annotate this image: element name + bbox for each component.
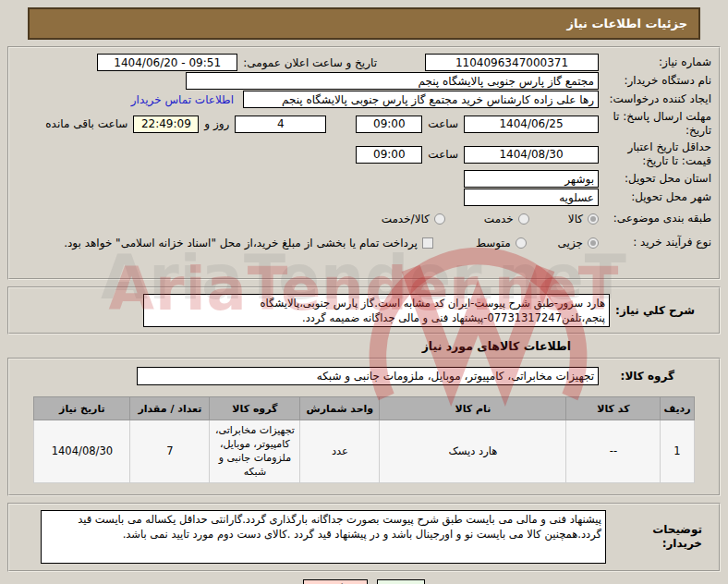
- radio-goods-icon[interactable]: [588, 213, 599, 225]
- treasury-checkbox[interactable]: [422, 237, 433, 249]
- back-button[interactable]: بازگشت: [303, 579, 368, 584]
- cell-need-date: 1404/08/30: [34, 420, 130, 483]
- option-goods-service: کالا/خدمت: [382, 213, 445, 225]
- days-label: روز و: [204, 117, 229, 130]
- need-number-label: شماره نیاز:: [599, 55, 711, 69]
- row-description: شرح کلي نیاز: هارد سرور-طبق شرح پیوست-ای…: [33, 294, 695, 327]
- col-item-name: نام کالا: [380, 397, 566, 420]
- process-label: نوع فرآیند خرید :: [599, 236, 711, 249]
- deadline-time-field[interactable]: 09:00: [356, 116, 422, 133]
- validity-hour-label: ساعت: [428, 148, 458, 161]
- buyer-notes-panel: توضیحات خریدار: پیشنهاد فنی و مالی می با…: [7, 503, 721, 572]
- row-creator: ایجاد کننده درخواست: رها علی زاده کارشنا…: [17, 91, 711, 108]
- validity-label: حداقل تاریخ اعتبار قیمت: تا تاریخ:: [599, 140, 711, 168]
- validity-date-field[interactable]: 1404/08/30: [464, 146, 599, 164]
- validity-time-field[interactable]: 09:00: [356, 146, 422, 164]
- cell-row-index: 1: [661, 420, 694, 483]
- province-label: استان محل تحویل:: [599, 172, 711, 186]
- goods-table: ردیف کد کالا نام کالا واحد شمارش گروه کا…: [33, 396, 694, 483]
- buyer-org-field[interactable]: مجتمع گاز پارس جنوبی پالایشگاه پنجم: [186, 72, 599, 90]
- row-buyer-notes: توضیحات خریدار: پیشنهاد فنی و مالی می با…: [17, 510, 702, 564]
- cell-item-name: هارد دیسک: [380, 420, 566, 483]
- radio-service-label: خدمت: [484, 213, 514, 225]
- radio-partial-icon[interactable]: [588, 237, 599, 249]
- need-number-field[interactable]: 1104096347000371: [425, 54, 599, 71]
- goods-group-label: گروه کالا:: [599, 370, 674, 383]
- radio-service-icon[interactable]: [518, 213, 529, 225]
- col-unit: واحد شمارش: [300, 397, 380, 420]
- row-buyer-org: نام دستگاه خریدار: مجتمع گاز پارس جنوبی …: [17, 72, 711, 90]
- footer-actions: چاپ بازگشت: [0, 579, 728, 584]
- buyer-notes-label: توضیحات خریدار:: [606, 523, 702, 551]
- remaining-label: ساعت باقی مانده: [45, 117, 127, 130]
- col-need-date: تاریخ نیاز: [34, 397, 130, 420]
- city-label: شهر محل تحویل:: [599, 190, 711, 204]
- radio-medium-label: متوسط: [476, 237, 511, 249]
- print-button[interactable]: چاپ: [377, 579, 425, 584]
- col-item-code: کد کالا: [566, 397, 661, 420]
- row-city: شهر محل تحویل: عسلویه: [17, 189, 711, 206]
- deadline-label: مهلت ارسال پاسخ: تا تاریخ:: [599, 110, 711, 138]
- classification-label: طبقه بندی موضوعی:: [599, 212, 711, 225]
- description-label: شرح کلي نیاز:: [610, 304, 695, 318]
- radio-medium-icon[interactable]: [516, 237, 527, 249]
- page-title-bar: جزئیات اطلاعات نیاز: [28, 7, 700, 40]
- announce-label: تاریخ و ساعت اعلان عمومی:: [243, 56, 377, 69]
- row-price-validity: حداقل تاریخ اعتبار قیمت: تا تاریخ: 1404/…: [17, 140, 711, 169]
- row-deadline: مهلت ارسال پاسخ: تا تاریخ: 1404/06/25 سا…: [17, 109, 711, 139]
- table-row: 1 -- هارد دیسک عدد تجهیزات مخابراتی، کام…: [34, 420, 694, 483]
- page: { "titlebar": {"title": "جزئیات اطلاعات …: [0, 0, 728, 584]
- announce-datetime-field[interactable]: 1404/06/20 - 09:51: [97, 54, 237, 71]
- goods-group-field[interactable]: تجهیزات مخابراتی، کامپیوتر، موبایل، ملزو…: [137, 367, 599, 385]
- goods-table-header-row: ردیف کد کالا نام کالا واحد شمارش گروه کا…: [34, 397, 694, 420]
- buyer-org-label: نام دستگاه خریدار:: [599, 74, 711, 88]
- province-field[interactable]: بوشهر: [464, 170, 599, 188]
- description-textarea[interactable]: هارد سرور-طبق شرح پیوست-ایران کد مشابه ا…: [143, 294, 610, 327]
- deadline-date-field[interactable]: 1404/06/25: [464, 116, 599, 133]
- cell-quantity: 7: [130, 420, 210, 483]
- col-item-group: گروه کالا: [210, 397, 300, 420]
- radio-goods-service-icon[interactable]: [434, 213, 445, 225]
- option-treasury: پرداخت تمام یا بخشی از مبلغ خرید،از محل …: [64, 237, 433, 249]
- city-field[interactable]: عسلویه: [464, 189, 599, 206]
- row-process-type: نوع فرآیند خرید : جزیی متوسط پرداخت تمام…: [17, 231, 711, 254]
- option-partial: جزیی: [558, 237, 599, 249]
- col-quantity: تعداد / مقدار: [130, 397, 210, 420]
- radio-goods-service-label: کالا/خدمت: [382, 213, 430, 225]
- cell-item-group: تجهیزات مخابراتی، کامپیوتر، موبایل، ملزو…: [210, 420, 300, 483]
- need-info-panel: شماره نیاز: 1104096347000371 تاریخ و ساع…: [7, 46, 721, 280]
- page-title: جزئیات اطلاعات نیاز: [566, 17, 687, 30]
- radio-goods-label: کالا: [568, 213, 583, 225]
- creator-field[interactable]: رها علی زاده کارشناس خرید مجتمع گاز پارس…: [243, 91, 599, 108]
- cell-item-code: --: [566, 420, 661, 483]
- goods-section-heading: اطلاعات کالاهای مورد نیاز: [0, 339, 571, 353]
- deadline-hour-label: ساعت: [428, 117, 458, 130]
- option-medium: متوسط: [476, 237, 527, 249]
- creator-label: ایجاد کننده درخواست:: [599, 92, 711, 106]
- col-row-index: ردیف: [661, 397, 694, 420]
- goods-panel: گروه کالا: تجهیزات مخابراتی، کامپیوتر، م…: [7, 358, 721, 496]
- row-goods-group: گروه کالا: تجهیزات مخابراتی، کامپیوتر، م…: [17, 367, 711, 385]
- option-service: خدمت: [484, 213, 529, 225]
- cell-unit: عدد: [300, 420, 380, 483]
- days-remaining-field[interactable]: 4: [235, 116, 326, 133]
- option-goods: کالا: [568, 213, 599, 225]
- buyer-notes-textarea[interactable]: پیشنهاد فنی و مالی می بایست طبق شرح پیوس…: [41, 510, 606, 564]
- row-need-number: شماره نیاز: 1104096347000371 تاریخ و ساع…: [17, 54, 711, 71]
- row-province: استان محل تحویل: بوشهر: [17, 170, 711, 188]
- buyer-contact-link[interactable]: اطلاعات تماس خریدار: [131, 93, 234, 106]
- row-classification: طبقه بندی موضوعی: کالا خدمت کالا/خدمت: [17, 207, 711, 230]
- radio-partial-label: جزیی: [558, 237, 583, 249]
- description-panel: شرح کلي نیاز: هارد سرور-طبق شرح پیوست-ای…: [7, 286, 721, 335]
- time-remaining-field[interactable]: 22:49:09: [133, 116, 199, 133]
- treasury-note-label: پرداخت تمام یا بخشی از مبلغ خرید،از محل …: [64, 237, 418, 249]
